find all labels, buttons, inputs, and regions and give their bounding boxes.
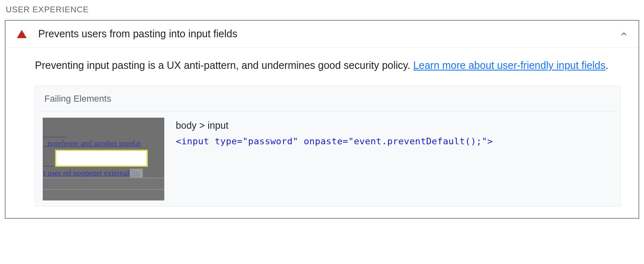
audit-description: Preventing input pasting is a UX anti-pa… [35, 57, 621, 73]
audit-header[interactable]: Prevents users from pasting into input f… [5, 20, 639, 48]
failing-elements-header: Failing Elements [35, 86, 620, 112]
chevron-up-icon[interactable] [619, 29, 629, 39]
learn-more-link[interactable]: Learn more about user-friendly input fie… [413, 59, 605, 71]
thumbnail-line: t uses rel noopener external lin [43, 168, 164, 178]
warning-triangle-icon [17, 30, 27, 38]
node-path: body > input [176, 120, 613, 131]
thumbnail-rows [43, 178, 164, 200]
audit-description-text: Preventing input pasting is a UX anti-pa… [35, 59, 413, 71]
element-thumbnail: noreferrer and another unrelat t uses re… [43, 118, 164, 200]
failing-elements-table: Failing Elements noreferrer and another … [35, 86, 621, 207]
highlighted-input-icon [55, 150, 148, 167]
audit-card: Prevents users from pasting into input f… [5, 20, 639, 218]
section-title: USER EXPERIENCE [5, 5, 639, 14]
audit-description-period: . [605, 59, 608, 71]
node-info: body > input <input type="password" onpa… [176, 118, 613, 146]
table-row: noreferrer and another unrelat t uses re… [35, 112, 620, 206]
audit-title: Prevents users from pasting into input f… [38, 28, 619, 40]
audit-body: Preventing input pasting is a UX anti-pa… [5, 48, 639, 218]
node-snippet: <input type="password" onpaste="event.pr… [176, 136, 613, 146]
thumbnail-line: noreferrer and another unrelat [43, 139, 164, 148]
